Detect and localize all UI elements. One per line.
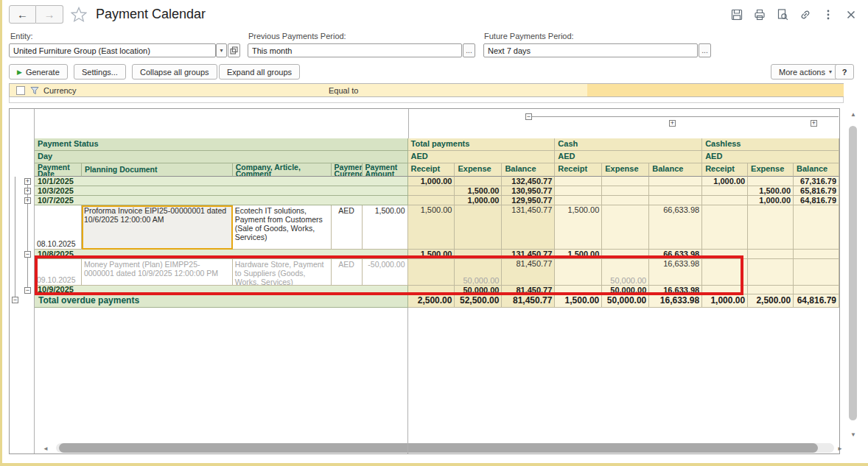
get-link-icon[interactable] — [799, 8, 812, 21]
filter-checkbox[interactable] — [16, 86, 25, 95]
more-menu-icon[interactable] — [822, 8, 835, 21]
forward-button[interactable]: → — [36, 5, 63, 24]
close-icon[interactable] — [844, 8, 858, 21]
entity-field[interactable] — [9, 43, 216, 57]
expand-row-button[interactable]: + — [24, 178, 31, 185]
cell[interactable] — [794, 259, 839, 286]
collapse-all-groups-button[interactable]: Collapse all groups — [132, 64, 217, 80]
collapse-columns-button[interactable]: − — [525, 113, 532, 120]
cell[interactable]: 1,000.00 — [702, 294, 748, 308]
previous-period-choose-button[interactable]: ... — [463, 43, 475, 57]
cell[interactable] — [455, 177, 502, 186]
vertical-scrollbar[interactable]: ▲ ▼ — [847, 110, 859, 445]
cell[interactable]: 1,000.00 — [702, 177, 748, 186]
cell[interactable] — [702, 196, 748, 205]
cell[interactable] — [794, 286, 839, 294]
cell[interactable]: 1,000.00 — [408, 177, 455, 186]
cell[interactable]: 2,500.00 — [408, 294, 455, 308]
cell[interactable] — [748, 250, 794, 259]
total-overdue-row[interactable]: Total overdue payments 2,500.00 52,500.0… — [10, 294, 839, 308]
cell[interactable]: 1,500.00 — [748, 186, 794, 196]
collapse-row-button[interactable]: − — [24, 251, 31, 258]
cell[interactable] — [555, 196, 602, 205]
cell[interactable] — [649, 196, 702, 205]
cell[interactable] — [794, 205, 839, 250]
expand-row-button[interactable]: + — [24, 188, 31, 194]
vertical-scrollbar-thumb[interactable] — [849, 126, 857, 420]
amount-cell[interactable]: 1,500.00 — [363, 205, 408, 250]
cell[interactable]: 64,816.79 — [794, 196, 839, 205]
cell[interactable] — [555, 186, 602, 196]
cell[interactable] — [702, 186, 748, 196]
cell[interactable] — [748, 259, 794, 286]
day-cell[interactable]: 10/7/2025 — [35, 196, 408, 205]
horizontal-scrollbar-thumb[interactable] — [59, 443, 818, 453]
cell[interactable] — [602, 196, 649, 205]
filter-empty-row[interactable] — [9, 97, 844, 103]
cell[interactable]: 65,816.79 — [794, 186, 839, 196]
cell[interactable]: 16,633.98 — [649, 294, 702, 308]
cell[interactable] — [649, 177, 702, 186]
day-cell[interactable]: 10/1/2025 — [35, 177, 408, 186]
company-cell[interactable]: Ecotech IT solutions, Payment from Custo… — [233, 205, 332, 250]
cell[interactable]: 1,000.00 — [748, 196, 794, 205]
cell[interactable] — [602, 186, 649, 196]
cell[interactable] — [602, 205, 649, 250]
cell[interactable] — [555, 177, 602, 186]
back-button[interactable]: ← — [9, 5, 36, 24]
cell[interactable]: 50,000.00 — [602, 294, 649, 308]
cell[interactable]: 1,500.00 — [555, 294, 602, 308]
more-actions-button[interactable]: More actions ▾ — [771, 64, 840, 80]
scroll-left-icon[interactable]: ◄ — [43, 445, 49, 452]
cell[interactable] — [602, 177, 649, 186]
filter-field-name[interactable]: Currency — [43, 86, 77, 95]
cell[interactable]: 131,450.77 — [502, 205, 555, 250]
cell[interactable] — [408, 186, 455, 196]
cell[interactable]: 2,500.00 — [748, 294, 794, 308]
filter-condition[interactable]: Equal to — [329, 86, 358, 95]
future-period-field[interactable] — [483, 43, 698, 57]
favorite-star-icon[interactable] — [71, 7, 87, 23]
collapse-row-button[interactable]: − — [24, 287, 31, 294]
cell[interactable] — [455, 205, 502, 250]
cell[interactable]: 1,500.00 — [455, 186, 502, 196]
cell[interactable]: 130,950.77 — [502, 186, 555, 196]
expand-row-button[interactable]: + — [24, 197, 31, 204]
scroll-right-icon[interactable]: ► — [837, 445, 843, 452]
cell[interactable] — [702, 205, 748, 250]
cell[interactable]: 1,500.00 — [408, 205, 455, 250]
table-row[interactable]: 10/1/2025 1,000.00 132,450.77 1,000.00 6… — [10, 177, 839, 186]
filter-value-highlight[interactable] — [587, 84, 844, 96]
planning-document-cell-selected[interactable]: Proforma Invoice EIPI25-00000001 dated 1… — [82, 205, 233, 250]
previous-period-field[interactable] — [248, 43, 462, 57]
expand-cash-columns-button[interactable]: + — [669, 120, 676, 127]
cell[interactable] — [649, 186, 702, 196]
payment-date-cell[interactable]: 08.10.2025 — [35, 205, 82, 250]
cell[interactable] — [748, 177, 794, 186]
cell[interactable]: 1,500.00 — [555, 205, 602, 250]
help-button[interactable]: ? — [835, 64, 854, 80]
cell[interactable] — [408, 196, 455, 205]
cell[interactable]: 66,633.98 — [649, 205, 702, 250]
cell[interactable]: 129,950.77 — [502, 196, 555, 205]
cell[interactable] — [748, 286, 794, 294]
scroll-down-icon[interactable]: ▼ — [850, 431, 856, 438]
collapse-total-button[interactable]: − — [12, 297, 18, 303]
currency-cell[interactable]: AED — [332, 205, 363, 250]
cell[interactable] — [748, 205, 794, 250]
future-period-choose-button[interactable]: ... — [699, 43, 711, 57]
day-cell[interactable]: 10/3/2025 — [35, 186, 408, 196]
save-icon[interactable] — [730, 8, 743, 21]
cell[interactable] — [794, 250, 839, 259]
print-icon[interactable] — [753, 8, 766, 21]
expand-cashless-columns-button[interactable]: + — [811, 120, 817, 127]
cell[interactable]: 1,000.00 — [455, 196, 502, 205]
scroll-up-icon[interactable]: ▲ — [850, 111, 856, 118]
entity-open-button[interactable] — [228, 43, 240, 57]
cell[interactable]: 67,316.79 — [794, 177, 839, 186]
table-row[interactable]: 08.10.2025 Proforma Invoice EIPI25-00000… — [10, 205, 839, 250]
cell[interactable]: 81,450.77 — [502, 294, 555, 308]
entity-dropdown-button[interactable]: ▾ — [216, 43, 227, 57]
horizontal-scrollbar[interactable]: ◄ ► — [41, 442, 844, 453]
cell[interactable]: 132,450.77 — [502, 177, 555, 186]
